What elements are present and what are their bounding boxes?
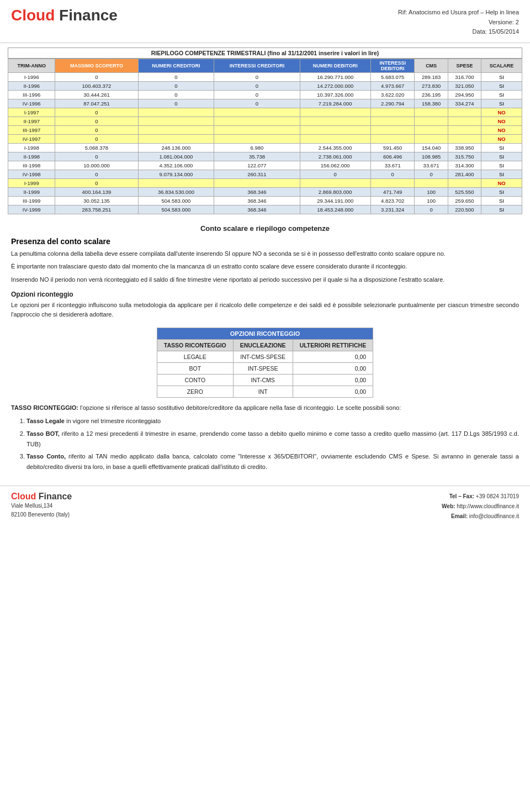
table-cell (214, 125, 300, 134)
opzioni-cell: 0,00 (293, 374, 373, 386)
opzioni-cell: CONTO (157, 374, 233, 386)
footer-email-value: info@cloudfinance.it (469, 513, 519, 519)
footer-email: Email: info@cloudfinance.it (442, 512, 519, 521)
section2-heading: Opzioni riconteggio (11, 291, 519, 298)
opzioni-cell: INT-CMS-SPESE (233, 351, 293, 362)
table-cell: 504.583.000 (138, 196, 214, 205)
table-cell: 0 (300, 170, 370, 178)
table-cell: II-1999 (8, 187, 55, 196)
table-cell: 35.738 (214, 152, 300, 161)
table-cell (138, 125, 214, 134)
table-cell: IV-1997 (8, 134, 55, 143)
opzioni-cell: INT-SPESE (233, 362, 293, 374)
table-cell: 0 (214, 81, 300, 90)
table-cell: SI (481, 170, 522, 178)
logo-finance: Finance (59, 7, 118, 24)
table-cell: SI (481, 99, 522, 108)
footer-logo: Cloud Finance (11, 492, 72, 502)
section1-p3: Inserendo NO il periodo non verrà ricont… (11, 275, 519, 285)
table-cell: 606.496 (370, 152, 415, 161)
opzioni-table: OPZIONI RICONTEGGIO TASSO RICONTEGGIO EN… (157, 328, 373, 398)
footer-right: Tel – Fax: +39 0824 317019 Web: http://w… (442, 492, 519, 521)
ref-line1: Rif: Anatocismo ed Usura prof – Help in … (398, 8, 519, 18)
footer-web: Web: http://www.cloudfinance.it (442, 502, 519, 512)
opzioni-col1-header: TASSO RICONTEGGIO (157, 339, 233, 351)
table-cell (214, 108, 300, 117)
col-header-cms: CMS (415, 59, 448, 72)
table-cell: I-1998 (8, 143, 55, 152)
table-cell (448, 108, 481, 117)
footer-tel-value: +39 0824 317019 (476, 493, 519, 499)
table-cell: 0 (214, 99, 300, 108)
table-cell: 248.136.000 (138, 143, 214, 152)
table-cell: 4.352.106.000 (138, 161, 214, 170)
table-cell: 591.450 (370, 143, 415, 152)
list-item-text: riferito al TAN medio applicato dalla ba… (26, 453, 519, 470)
table-cell (448, 134, 481, 143)
col-header-intcred: INTERESSI CREDITORI (214, 59, 300, 72)
riepilogo-table: TRIM-ANNO MASSIMO SCOPERTO NUMERI CREDIT… (8, 59, 522, 214)
page-header: Cloud Finance Rif: Anatocismo ed Usura p… (0, 0, 530, 43)
table-cell: SI (481, 143, 522, 152)
table-cell (415, 125, 448, 134)
footer-web-label: Web: (442, 503, 455, 509)
header-reference: Rif: Anatocismo ed Usura prof – Help in … (398, 8, 519, 37)
table-cell: 471.749 (370, 187, 415, 196)
table-cell: 314.300 (448, 161, 481, 170)
footer-email-label: Email: (451, 513, 468, 519)
table-row: LEGALEINT-CMS-SPESE0,00 (157, 351, 373, 362)
footer-web-value: http://www.cloudfinance.it (457, 503, 519, 509)
table-cell (415, 178, 448, 187)
list-item: Tasso Legale in vigore nel trimestre ric… (26, 416, 519, 426)
section1-title: Conto scalare e riepilogo competenze (11, 224, 519, 233)
table-cell: 10.397.326.000 (300, 90, 370, 99)
opzioni-section: OPZIONI RICONTEGGIO TASSO RICONTEGGIO EN… (11, 328, 519, 398)
list-item-term: Tasso Conto, (26, 453, 66, 460)
table-cell: 316.700 (448, 72, 481, 81)
table-title: RIEPILOGO COMPETENZE TRIMESTRALI (fino a… (8, 48, 522, 59)
table-cell: 260.311 (214, 170, 300, 178)
table-cell (448, 178, 481, 187)
table-cell: 5.068.378 (55, 143, 138, 152)
table-cell: 30.052.135 (55, 196, 138, 205)
table-row: ZEROINT0,00 (157, 386, 373, 397)
table-cell: 525.550 (448, 187, 481, 196)
table-cell: III-1999 (8, 196, 55, 205)
table-cell: NO (481, 134, 522, 143)
table-cell: 0 (55, 108, 138, 117)
opzioni-cell: 0,00 (293, 362, 373, 374)
table-cell (300, 178, 370, 187)
table-cell: 0 (138, 90, 214, 99)
col-header-scalare: SCALARE (481, 59, 522, 72)
tasso-text: l'opzione si riferisce al tasso sostitut… (78, 404, 401, 411)
table-cell: IV-1996 (8, 99, 55, 108)
opzioni-cell: LEGALE (157, 351, 233, 362)
table-cell: II-1997 (8, 117, 55, 125)
table-cell: 0 (55, 178, 138, 187)
table-cell: II-1996 (8, 81, 55, 90)
section2-p1: Le opzioni per il riconteggio influiscon… (11, 300, 519, 320)
table-cell: 10.000.000 (55, 161, 138, 170)
table-cell: 6.980 (214, 143, 300, 152)
col-header-spese: SPESE (448, 59, 481, 72)
table-cell: 315.750 (448, 152, 481, 161)
table-cell: 220.500 (448, 205, 481, 214)
table-cell: SI (481, 196, 522, 205)
logo: Cloud Finance (11, 8, 118, 23)
table-cell: 0 (55, 125, 138, 134)
table-cell: 321.050 (448, 81, 481, 90)
tasso-desc: TASSO RICONTEGGIO: l'opzione si riferisc… (11, 403, 519, 413)
table-cell (300, 108, 370, 117)
table-cell: I-1996 (8, 72, 55, 81)
table-cell: 87.047.251 (55, 99, 138, 108)
table-cell: 0 (415, 205, 448, 214)
table-cell: 2.738.061.000 (300, 152, 370, 161)
table-cell: 2.290.794 (370, 99, 415, 108)
table-cell: SI (481, 72, 522, 81)
table-cell: 289.183 (415, 72, 448, 81)
table-cell (448, 125, 481, 134)
table-cell: SI (481, 152, 522, 161)
table-cell (138, 117, 214, 125)
table-cell: 29.344.191.000 (300, 196, 370, 205)
table-cell (214, 117, 300, 125)
